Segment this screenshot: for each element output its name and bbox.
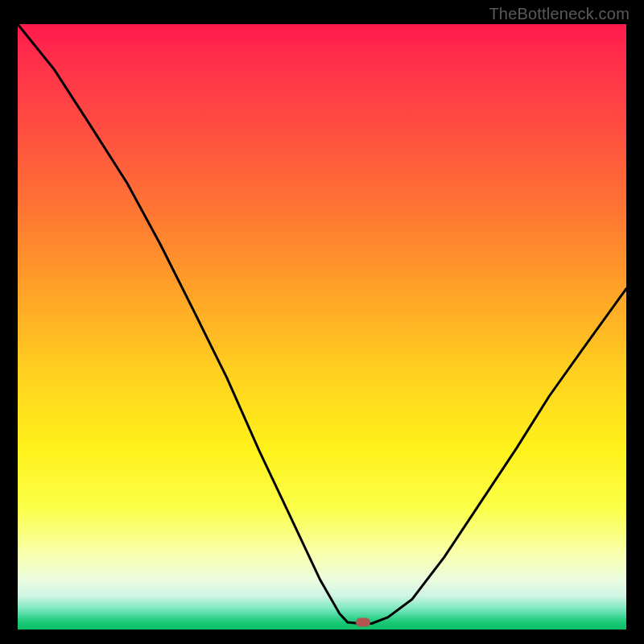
plot-area bbox=[18, 24, 626, 630]
chart-frame: TheBottleneck.com bbox=[0, 0, 644, 644]
optimal-marker bbox=[356, 617, 370, 626]
watermark-text: TheBottleneck.com bbox=[489, 5, 630, 23]
